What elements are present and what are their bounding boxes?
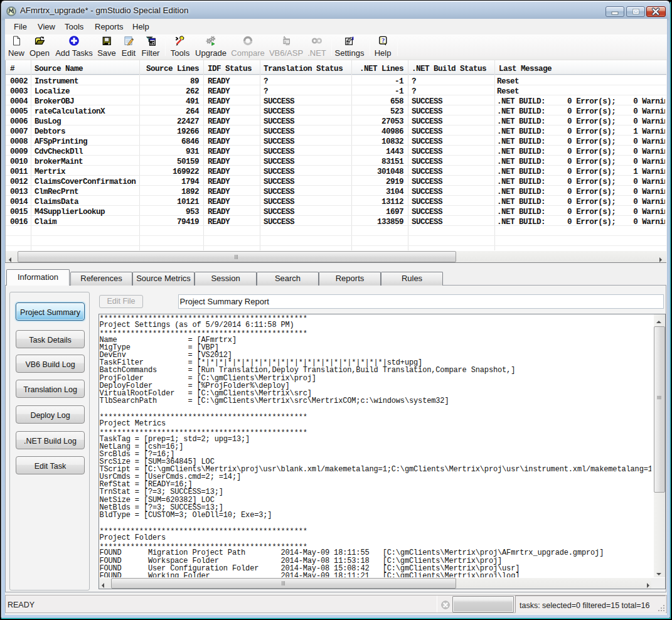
svg-text:?: ? — [381, 37, 385, 44]
